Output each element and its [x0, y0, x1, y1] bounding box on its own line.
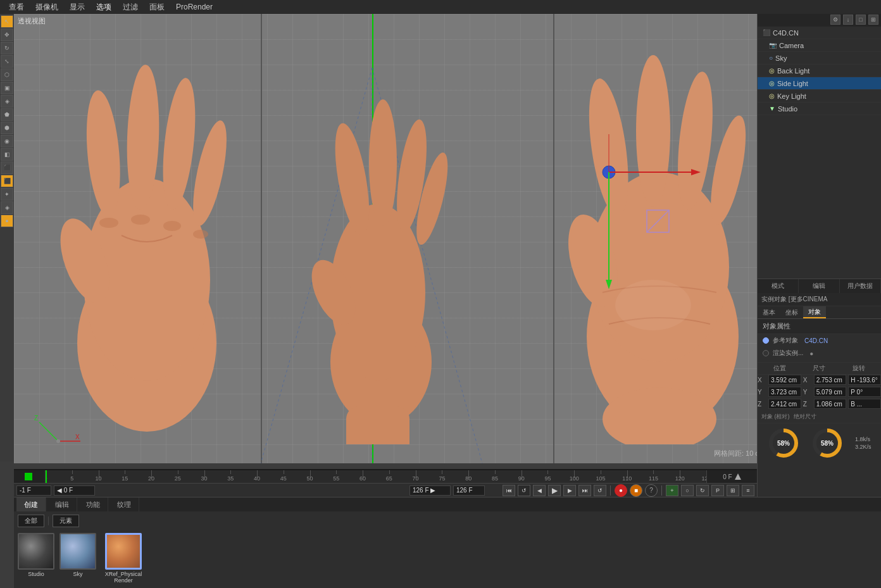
toolbar-select[interactable]: ↖: [1, 15, 13, 28]
material-thumb-sky[interactable]: [59, 533, 96, 570]
scene-icon-c4dcn: ⬛: [763, 29, 770, 36]
transport-stop[interactable]: ■: [630, 484, 642, 497]
svg-marker-48: [735, 473, 741, 480]
bottom-content: 全部 元素 Studio Sky XRef_Physi: [14, 511, 881, 588]
props-sub-tabs: 基本 坐标 对象: [758, 306, 881, 319]
toolbar-t6[interactable]: ◉: [1, 135, 13, 147]
scene-item-c4dcn[interactable]: ⬛ C4D.CN: [758, 27, 881, 39]
filter-element[interactable]: 元素: [53, 515, 79, 527]
props-render-dot: ●: [809, 350, 813, 357]
transport-move-tool[interactable]: +: [666, 485, 678, 496]
transport-loop2[interactable]: ↺: [594, 485, 606, 496]
scene-item-backlight[interactable]: ◎ Back Light: [758, 65, 881, 77]
pos-y[interactable]: 3.723 cm: [768, 387, 801, 397]
menu-prorender[interactable]: ProRender: [171, 1, 218, 13]
scene-item-camera[interactable]: 📷 Camera: [758, 39, 881, 52]
transport-to-start[interactable]: ⏮: [503, 485, 515, 496]
radio-btn-1[interactable]: [763, 337, 769, 344]
radio-btn-2[interactable]: [763, 350, 769, 356]
scene-item-sidelight[interactable]: ◎ Side Light: [758, 77, 881, 90]
transport-play[interactable]: ▶: [548, 485, 561, 496]
scene-icon-backlight: ◎: [769, 67, 775, 74]
toolbar-t10[interactable]: ✦: [1, 188, 13, 201]
props-sub-object[interactable]: 对象: [803, 306, 826, 318]
material-studio[interactable]: Studio: [18, 533, 54, 577]
toolbar-scale[interactable]: ⤡: [1, 55, 13, 68]
toolbar-move[interactable]: ✥: [1, 28, 13, 41]
menu-view[interactable]: 查看: [4, 1, 29, 14]
material-label-xref: XRef_Physical Render: [101, 571, 146, 584]
props-tab-mode[interactable]: 模式: [758, 279, 799, 293]
transport-end-frame2[interactable]: 126 F: [453, 485, 485, 496]
transport-end-frame1[interactable]: 126 F ▶: [409, 485, 451, 496]
toolbar-t1[interactable]: ⬡: [1, 68, 13, 81]
transport-rotate-tool[interactable]: ○: [681, 485, 694, 496]
toolbar-t7[interactable]: ◧: [1, 148, 13, 161]
scene-icon-sidelight: ◎: [769, 80, 775, 87]
props-sub-basic[interactable]: 基本: [758, 306, 780, 318]
filter-all[interactable]: 全部: [18, 515, 44, 527]
toolbar-t8[interactable]: ⬛: [1, 161, 13, 174]
progress-svg-2: 58%: [811, 427, 843, 459]
bottom-tab-create[interactable]: 创建: [16, 497, 46, 511]
transport-prev[interactable]: ◀: [533, 485, 546, 496]
pos-x[interactable]: 3.592 cm: [768, 375, 801, 385]
transport-next[interactable]: ▶: [563, 485, 576, 496]
toolbar-t11[interactable]: ◈: [1, 201, 13, 214]
material-thumb-studio[interactable]: [18, 533, 54, 570]
fps-1: 1.8k/s: [855, 436, 872, 442]
transport-row: -1 F ◀ 0 F 126 F ▶ 126 F ⏮ ↺ ◀ ▶ ▶ ⏭ ↺ ●…: [14, 483, 757, 497]
size-z[interactable]: 1.086 cm: [814, 399, 847, 409]
props-tab-edit[interactable]: 编辑: [799, 279, 840, 293]
toolbar-t3[interactable]: ◈: [1, 95, 13, 108]
transport-start-frame[interactable]: -1 F: [16, 485, 51, 496]
scene-item-keylight[interactable]: ◎ Key Light: [758, 90, 881, 103]
toolbar-t5[interactable]: ⬢: [1, 122, 13, 134]
scene-item-studio[interactable]: ▼ Studio: [758, 103, 881, 115]
material-xref[interactable]: XRef_Physical Render: [101, 533, 146, 584]
transport-scale-tool[interactable]: ↻: [696, 485, 709, 496]
size-x[interactable]: 2.753 cm: [814, 375, 847, 385]
menu-display[interactable]: 显示: [65, 1, 90, 14]
transport-pin-tool[interactable]: P: [711, 485, 724, 496]
scene-item-sky[interactable]: ○ Sky: [758, 52, 881, 65]
size-y[interactable]: 5.079 cm: [814, 387, 847, 397]
rot-p[interactable]: P 0°: [848, 387, 881, 397]
bottom-tab-edit[interactable]: 编辑: [47, 497, 77, 511]
viewport-area[interactable]: 透视视图: [14, 14, 771, 463]
menu-options[interactable]: 选项: [91, 1, 116, 14]
transport-to-end[interactable]: ⏭: [578, 485, 591, 496]
transport-misc[interactable]: ≡: [742, 485, 754, 496]
rot-h[interactable]: H -193.6°: [848, 375, 881, 385]
bottom-tab-func[interactable]: 功能: [78, 497, 108, 511]
material-thumb-xref[interactable]: [105, 533, 142, 570]
scene-icon-2[interactable]: ↓: [843, 15, 853, 25]
rot-b[interactable]: B ...: [848, 399, 881, 409]
transport-loop[interactable]: ↺: [518, 485, 530, 496]
timeline-ruler[interactable]: 0510152025303540455055606570758085909510…: [46, 470, 706, 483]
toolbar-t4[interactable]: ⬟: [1, 108, 13, 121]
timeline-row[interactable]: 0510152025303540455055606570758085909510…: [14, 469, 757, 483]
toolbar-rotate[interactable]: ↻: [1, 42, 13, 54]
toolbar-t9[interactable]: ⬛: [1, 175, 13, 187]
pos-z[interactable]: 2.412 cm: [768, 399, 801, 409]
bottom-tab-texture[interactable]: 纹理: [109, 497, 139, 511]
scene-icon-3[interactable]: □: [856, 15, 866, 25]
props-sub-coord[interactable]: 坐标: [780, 306, 803, 318]
menu-camera[interactable]: 摄像机: [30, 1, 63, 14]
transport-grid-tool[interactable]: ⊞: [727, 485, 739, 496]
transport-record[interactable]: ●: [615, 484, 627, 497]
transport-help[interactable]: ?: [645, 484, 658, 497]
material-sky[interactable]: Sky: [59, 533, 96, 577]
scene-icon-1[interactable]: ⚙: [830, 15, 840, 25]
material-row: 创建 编辑 功能 纹理 全部 元素 Studio Sk: [14, 497, 881, 588]
menu-panel[interactable]: 面板: [144, 1, 170, 14]
menu-filter[interactable]: 过滤: [118, 1, 143, 14]
transport-frame0[interactable]: ◀ 0 F: [54, 485, 95, 496]
props-tab-user[interactable]: 用户数据: [840, 279, 881, 293]
viewport-green-line: [372, 14, 373, 463]
progress-svg-1: 58%: [768, 427, 799, 459]
scene-icon-4[interactable]: ⊞: [868, 15, 878, 25]
toolbar-t2[interactable]: ▣: [1, 82, 13, 94]
toolbar-t12[interactable]: ●: [1, 215, 13, 227]
